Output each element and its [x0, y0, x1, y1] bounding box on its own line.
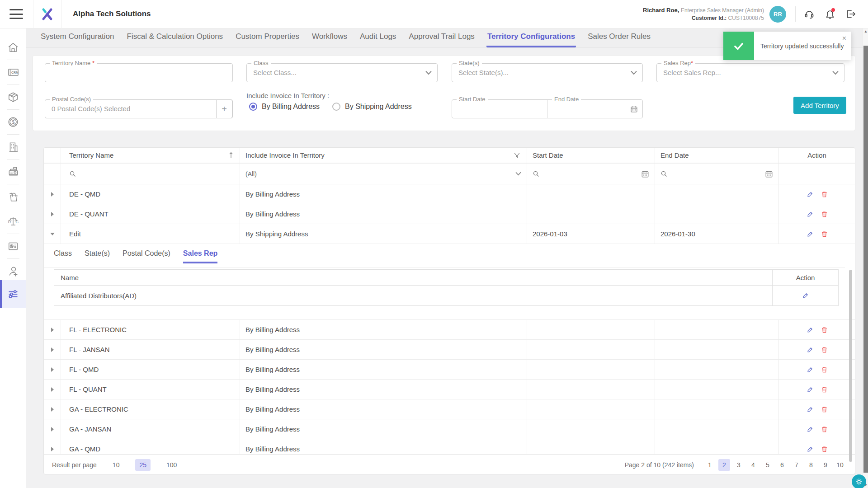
- sidebar-item-products[interactable]: [0, 88, 26, 106]
- add-territory-button[interactable]: Add Territory: [793, 97, 846, 114]
- chevron-down-icon[interactable]: [832, 70, 839, 75]
- tab-custom-properties[interactable]: Custom Properties: [235, 32, 300, 47]
- delete-trash-icon[interactable]: [821, 326, 828, 333]
- page-4[interactable]: 4: [747, 459, 759, 471]
- support-headset-icon[interactable]: [803, 8, 816, 20]
- app-logo[interactable]: [33, 0, 62, 28]
- radio-by-shipping-address[interactable]: By Shipping Address: [332, 103, 412, 111]
- expand-row-icon[interactable]: [51, 447, 54, 451]
- edit-pencil-icon[interactable]: [807, 326, 814, 333]
- table-row[interactable]: FL - QMD By Billing Address: [44, 360, 855, 380]
- delete-trash-icon[interactable]: [821, 191, 828, 198]
- sidebar-item-add-user[interactable]: [0, 262, 26, 280]
- postal-codes-add-button[interactable]: +: [216, 99, 232, 118]
- edit-pencil-icon[interactable]: [807, 346, 814, 353]
- page-5[interactable]: 5: [762, 459, 774, 471]
- toast-close-icon[interactable]: ×: [842, 34, 846, 42]
- table-row[interactable]: GA - QMD By Billing Address: [44, 439, 855, 454]
- territory-name-input[interactable]: [51, 66, 227, 80]
- settings-fab[interactable]: [852, 474, 866, 488]
- filter-funnel-icon[interactable]: [514, 152, 520, 159]
- expand-row-icon[interactable]: [51, 347, 54, 352]
- expand-row-icon[interactable]: [51, 212, 54, 216]
- expand-row-icon[interactable]: [51, 192, 54, 197]
- delete-trash-icon[interactable]: [821, 406, 828, 413]
- filter-invoice-dropdown[interactable]: (All): [240, 164, 527, 184]
- page-7[interactable]: 7: [791, 459, 802, 471]
- col-territory-name[interactable]: Territory Name: [69, 151, 113, 159]
- delete-trash-icon[interactable]: [821, 211, 828, 218]
- radio-by-billing-address[interactable]: By Billing Address: [249, 103, 320, 111]
- start-date-field[interactable]: Start Date: [452, 100, 547, 118]
- table-inner-scrollbar[interactable]: [849, 270, 852, 462]
- subtable-row[interactable]: Affiliated Distributors(AD): [54, 286, 838, 305]
- page-scrollbar[interactable]: ▲ ▼: [863, 28, 868, 488]
- scrollbar-thumb[interactable]: [863, 46, 868, 473]
- sidebar-item-ledger[interactable]: D C: [0, 212, 26, 230]
- expand-row-icon[interactable]: [51, 407, 54, 412]
- filter-start-date[interactable]: [527, 164, 655, 184]
- edit-pencil-icon[interactable]: [807, 191, 814, 198]
- table-row[interactable]: FL - ELECTRONIC By Billing Address: [44, 320, 855, 340]
- table-row[interactable]: GA - ELECTRONIC By Billing Address: [44, 399, 855, 419]
- delete-trash-icon[interactable]: [821, 346, 828, 353]
- detail-tab-class[interactable]: Class: [54, 249, 72, 263]
- detail-tab-states[interactable]: State(s): [85, 249, 110, 263]
- edit-pencil-icon[interactable]: [807, 406, 814, 413]
- territory-name-field[interactable]: Territory Name *: [45, 63, 233, 82]
- delete-trash-icon[interactable]: [821, 230, 828, 238]
- page-3[interactable]: 3: [733, 459, 745, 471]
- sales-rep-select[interactable]: Sales Rep* Select Sales Rep...: [656, 63, 844, 82]
- page-8[interactable]: 8: [805, 459, 817, 471]
- sidebar-item-crm[interactable]: CRM: [0, 63, 26, 81]
- table-row[interactable]: DE - QMD By Billing Address: [44, 184, 855, 204]
- tab-workflows[interactable]: Workflows: [311, 32, 348, 47]
- tab-sales-order-rules[interactable]: Sales Order Rules: [587, 32, 651, 47]
- logout-icon[interactable]: [844, 8, 857, 20]
- tab-fiscal-calculation-options[interactable]: Fiscal & Calculation Options: [126, 32, 224, 47]
- sidebar-item-reports[interactable]: [0, 237, 26, 255]
- page-size-100[interactable]: 100: [162, 459, 181, 471]
- chevron-down-icon[interactable]: [631, 70, 637, 75]
- tab-territory-configurations[interactable]: Territory Configurations: [486, 32, 576, 47]
- delete-trash-icon[interactable]: [821, 446, 828, 453]
- table-row-expanded[interactable]: Edit By Shipping Address 2026-01-03 2026…: [44, 224, 855, 244]
- states-select[interactable]: State(s) Select State(s)...: [452, 63, 643, 82]
- class-select[interactable]: Class Select Class...: [246, 63, 438, 82]
- calendar-icon[interactable]: [630, 105, 638, 113]
- sidebar-item-purchases[interactable]: [0, 188, 26, 206]
- page-9[interactable]: 9: [820, 459, 831, 471]
- calendar-icon[interactable]: [765, 170, 773, 178]
- delete-trash-icon[interactable]: [821, 366, 828, 373]
- page-1[interactable]: 1: [704, 459, 716, 471]
- edit-pencil-icon[interactable]: [802, 292, 809, 299]
- table-row[interactable]: DE - QUANT By Billing Address: [44, 204, 855, 224]
- tab-audit-logs[interactable]: Audit Logs: [359, 32, 397, 47]
- page-size-10[interactable]: 10: [108, 459, 124, 471]
- end-date-field[interactable]: End Date: [547, 100, 642, 118]
- page-6[interactable]: 6: [776, 459, 788, 471]
- sidebar-item-company[interactable]: [0, 138, 26, 156]
- sort-asc-icon[interactable]: [229, 152, 233, 159]
- notifications-bell-icon[interactable]: [824, 8, 836, 20]
- avatar[interactable]: RR: [769, 6, 786, 23]
- edit-pencil-icon[interactable]: [807, 426, 814, 433]
- page-2[interactable]: 2: [718, 459, 730, 471]
- edit-pencil-icon[interactable]: [807, 211, 814, 218]
- hamburger-menu-icon[interactable]: [9, 9, 23, 19]
- detail-tab-sales-rep[interactable]: Sales Rep: [183, 249, 217, 263]
- col-include-invoice[interactable]: Include Invoice In Territory: [245, 151, 325, 159]
- page-size-25[interactable]: 25: [135, 459, 151, 471]
- edit-pencil-icon[interactable]: [807, 386, 814, 393]
- table-row[interactable]: FL - QUANT By Billing Address: [44, 380, 855, 399]
- tab-approval-trail-logs[interactable]: Approval Trail Logs: [408, 32, 476, 47]
- calendar-icon[interactable]: [641, 170, 649, 178]
- expand-row-icon[interactable]: [51, 328, 54, 332]
- chevron-down-icon[interactable]: [425, 70, 432, 75]
- delete-trash-icon[interactable]: [821, 426, 828, 433]
- expand-row-icon[interactable]: [51, 427, 54, 432]
- page-10[interactable]: 10: [834, 459, 846, 471]
- expand-row-icon[interactable]: [51, 387, 54, 392]
- radio-selected-icon[interactable]: [249, 103, 257, 111]
- sidebar-item-home[interactable]: [0, 38, 26, 56]
